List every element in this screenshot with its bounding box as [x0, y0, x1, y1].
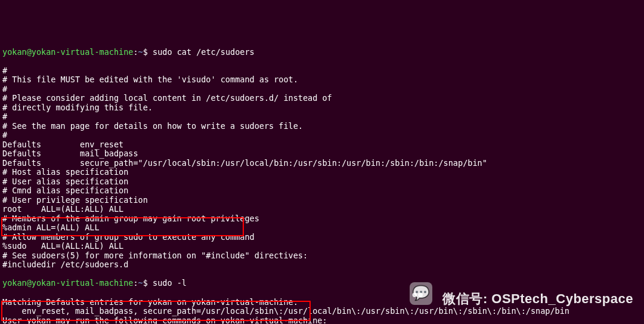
- output-line: # Cmnd alias specification: [2, 186, 642, 196]
- prompt-path: ~: [138, 47, 143, 57]
- output-line: #: [2, 112, 642, 122]
- command-1: sudo cat /etc/sudoers: [153, 47, 255, 57]
- output-line: # This file MUST be edited with the 'vis…: [2, 75, 642, 85]
- prompt-userhost: yokan@yokan-virtual-machine: [2, 47, 133, 57]
- output-line: #includedir /etc/sudoers.d: [2, 260, 642, 270]
- output-line: %admin ALL=(ALL) ALL: [2, 223, 642, 233]
- prompt-line-2[interactable]: yokan@yokan-virtual-machine:~$ sudo -l: [2, 279, 642, 288]
- output-line: root ALL=(ALL:ALL) ALL: [2, 205, 642, 214]
- prompt-path: ~: [138, 278, 143, 288]
- output-line: Defaults secure_path="/usr/local/sbin:/u…: [2, 159, 642, 168]
- prompt-userhost: yokan@yokan-virtual-machine: [2, 278, 133, 288]
- watermark-text: 微信号: OSPtech_Cyberspace: [442, 291, 633, 306]
- output-line: # See the man page for details on how to…: [2, 122, 642, 131]
- watermark-bubble-icon: ••: [411, 292, 423, 297]
- output-line: # User privilege specification: [2, 196, 642, 205]
- terminal-window[interactable]: yokan@yokan-virtual-machine:~$ sudo cat …: [0, 37, 644, 324]
- output-line: #: [2, 85, 642, 94]
- command-2: sudo -l: [153, 278, 187, 288]
- output-line: #: [2, 131, 642, 140]
- output-line: Defaults env_reset: [2, 140, 642, 150]
- output-line: # Members of the admin group may gain ro…: [2, 214, 642, 224]
- output-line: env_reset, mail_badpass, secure_path=/us…: [2, 307, 642, 316]
- output-line: # User alias specification: [2, 177, 642, 187]
- output-line: # Allow members of group sudo to execute…: [2, 233, 642, 242]
- output-line: %sudo ALL=(ALL:ALL) ALL: [2, 242, 642, 251]
- output-line: # directly modifying this file.: [2, 103, 642, 113]
- output-line: # Host alias specification: [2, 168, 642, 177]
- output-line: # See sudoers(5) for more information on…: [2, 251, 642, 261]
- output-line: User yokan may run the following command…: [2, 316, 642, 324]
- output-line: Defaults mail_badpass: [2, 149, 642, 159]
- output-line: # Please consider adding local content i…: [2, 94, 642, 103]
- prompt-line-1[interactable]: yokan@yokan-virtual-machine:~$ sudo cat …: [2, 48, 642, 57]
- sudoers-output: ## This file MUST be edited with the 'vi…: [2, 66, 642, 270]
- output-line: #: [2, 66, 642, 76]
